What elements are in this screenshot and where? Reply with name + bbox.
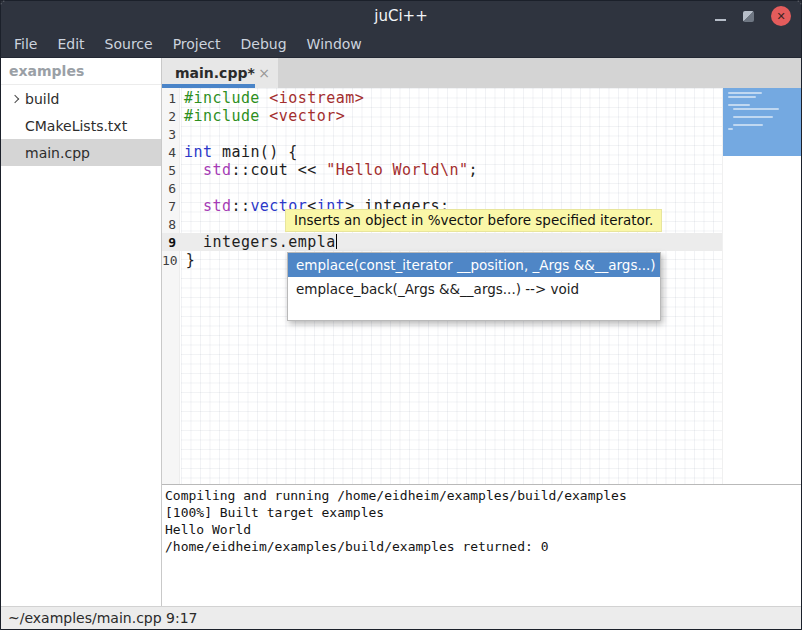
- menu-item-project[interactable]: Project: [163, 31, 231, 57]
- menubar: FileEditSourceProjectDebugWindow: [1, 31, 801, 58]
- minimap-code-line: [728, 92, 762, 94]
- menu-item-source[interactable]: Source: [95, 31, 163, 57]
- editor-line-4[interactable]: 4int main() {: [162, 143, 722, 161]
- tree-item-cmakelists-txt[interactable]: CMakeLists.txt: [1, 112, 161, 139]
- minimap[interactable]: [722, 88, 801, 484]
- tabbar: main.cpp* ×: [162, 58, 801, 88]
- tree-item-label: CMakeLists.txt: [25, 118, 127, 134]
- line-code: std::cout << "Hello World\n";: [180, 161, 478, 179]
- line-number: 3: [162, 127, 180, 142]
- file-tree: buildCMakeLists.txtmain.cpp: [1, 85, 161, 166]
- tree-item-label: main.cpp: [25, 145, 90, 161]
- line-number: 9: [162, 235, 180, 250]
- restore-icon[interactable]: [743, 11, 754, 22]
- text-cursor: [336, 234, 337, 249]
- completion-item-0[interactable]: emplace(const_iterator __position, _Args…: [288, 253, 660, 277]
- editor-column: main.cpp* × 1#include <iostream>2#includ…: [162, 58, 801, 606]
- output-line: /home/eidheim/examples/build/examples re…: [165, 538, 801, 555]
- tree-indent: [9, 120, 21, 132]
- main-area: examples buildCMakeLists.txtmain.cpp mai…: [1, 58, 801, 606]
- editor-line-1[interactable]: 1#include <iostream>: [162, 89, 722, 107]
- editor-line-9[interactable]: 9 integers.empla: [162, 233, 722, 251]
- line-number: 8: [162, 217, 180, 232]
- window-controls: ✕: [715, 1, 791, 31]
- menu-item-debug[interactable]: Debug: [231, 31, 297, 57]
- output-line: Compiling and running /home/eidheim/exam…: [165, 487, 801, 504]
- minimap-code-line: [728, 104, 750, 106]
- doc-tooltip: Inserts an object in %vector before spec…: [285, 209, 662, 232]
- tab-close-icon[interactable]: ×: [258, 65, 270, 81]
- code-editor[interactable]: 1#include <iostream>2#include <vector>34…: [162, 88, 801, 484]
- line-code: int main() {: [180, 143, 298, 161]
- minimize-icon[interactable]: [715, 19, 726, 21]
- tab-label: main.cpp*: [175, 65, 256, 81]
- sidebar: examples buildCMakeLists.txtmain.cpp: [1, 58, 161, 606]
- titlebar: juCi++ ✕: [1, 1, 801, 31]
- line-code: #include <vector>: [180, 107, 345, 125]
- tree-item-build[interactable]: build: [1, 85, 161, 112]
- line-code: integers.empla: [180, 233, 337, 251]
- tab-main-cpp[interactable]: main.cpp* ×: [162, 58, 278, 88]
- line-number: 1: [162, 91, 180, 106]
- tree-item-main-cpp[interactable]: main.cpp: [1, 139, 161, 166]
- minimap-code-line: [733, 124, 763, 126]
- line-code: }: [182, 251, 195, 269]
- minimap-code-line: [728, 128, 733, 130]
- close-icon[interactable]: ✕: [771, 6, 791, 26]
- status-file-position: ~/examples/main.cpp 9:17: [8, 610, 198, 626]
- line-code: #include <iostream>: [180, 89, 364, 107]
- chevron-right-icon: [9, 93, 21, 105]
- completion-popup: emplace(const_iterator __position, _Args…: [287, 252, 661, 321]
- menu-item-edit[interactable]: Edit: [47, 31, 94, 57]
- minimap-code-line: [733, 116, 773, 118]
- tree-indent: [9, 147, 21, 159]
- line-number: 2: [162, 109, 180, 124]
- editor-lines: 1#include <iostream>2#include <vector>34…: [162, 89, 722, 269]
- line-number: 7: [162, 199, 180, 214]
- line-number: 5: [162, 163, 180, 178]
- line-number: 10: [162, 253, 182, 268]
- minimap-code-line: [728, 96, 756, 98]
- project-name-header: examples: [1, 58, 161, 85]
- output-line: [100%] Built target examples: [165, 504, 801, 521]
- editor-line-5[interactable]: 5 std::cout << "Hello World\n";: [162, 161, 722, 179]
- line-number: 4: [162, 145, 180, 160]
- completion-item-1[interactable]: emplace_back(_Args &&__args...) --> void: [288, 277, 660, 301]
- editor-line-2[interactable]: 2#include <vector>: [162, 107, 722, 125]
- output-line: Hello World: [165, 521, 801, 538]
- statusbar: ~/examples/main.cpp 9:17: [1, 606, 801, 629]
- menu-item-file[interactable]: File: [4, 31, 47, 57]
- tree-item-label: build: [25, 91, 59, 107]
- window-title: juCi++: [1, 7, 801, 25]
- line-number: 6: [162, 181, 180, 196]
- editor-line-3[interactable]: 3: [162, 125, 722, 143]
- minimap-code-line: [733, 108, 779, 110]
- app-window: juCi++ ✕ FileEditSourceProjectDebugWindo…: [0, 0, 802, 630]
- menu-item-window[interactable]: Window: [297, 31, 372, 57]
- minimap-viewport[interactable]: [723, 88, 801, 156]
- output-panel[interactable]: Compiling and running /home/eidheim/exam…: [162, 485, 801, 606]
- editor-line-6[interactable]: 6: [162, 179, 722, 197]
